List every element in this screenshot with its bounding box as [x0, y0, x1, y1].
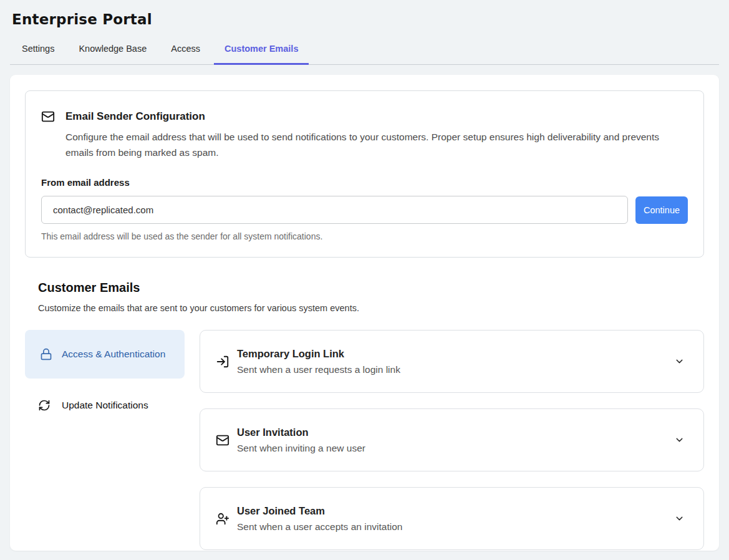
mail-icon: [216, 433, 229, 447]
main-panel: Email Sender Configuration Configure the…: [10, 75, 719, 551]
email-category-sidebar: Access & Authentication Update Notificat…: [25, 330, 185, 550]
tab-bar: Settings Knowledge Base Access Customer …: [10, 36, 719, 65]
tab-customer-emails[interactable]: Customer Emails: [214, 36, 309, 65]
refresh-icon: [38, 399, 51, 412]
email-template-list: Temporary Login Link Sent when a user re…: [200, 330, 704, 550]
from-email-input[interactable]: [41, 196, 628, 224]
customer-emails-content: Access & Authentication Update Notificat…: [25, 330, 704, 550]
login-icon: [216, 355, 229, 369]
accordion-subtitle: Sent when a user requests a login link: [237, 364, 674, 375]
accordion-title: User Joined Team: [237, 505, 674, 517]
tab-access[interactable]: Access: [160, 36, 211, 65]
lock-icon: [40, 348, 52, 360]
sidebar-item-label: Access & Authentication: [62, 346, 165, 362]
sidebar-item-label: Update Notifications: [62, 397, 148, 413]
accordion-temporary-login-link[interactable]: Temporary Login Link Sent when a user re…: [200, 330, 704, 393]
email-sender-card: Email Sender Configuration Configure the…: [25, 90, 704, 258]
chevron-down-icon[interactable]: [674, 356, 685, 367]
continue-button[interactable]: Continue: [635, 196, 688, 224]
mail-icon: [41, 110, 55, 123]
accordion-title: User Invitation: [237, 427, 674, 438]
sidebar-item-access-authentication[interactable]: Access & Authentication: [25, 330, 185, 379]
from-email-helper: This email address will be used as the s…: [41, 231, 688, 241]
email-sender-description: Configure the email address that will be…: [65, 129, 675, 160]
tab-settings[interactable]: Settings: [11, 36, 65, 65]
sidebar-item-update-notifications[interactable]: Update Notifications: [25, 389, 185, 422]
accordion-text: User Invitation Sent when inviting a new…: [237, 427, 674, 454]
accordion-user-invitation[interactable]: User Invitation Sent when inviting a new…: [200, 408, 704, 471]
from-email-label: From email address: [41, 177, 688, 188]
customer-emails-description: Customize the emails that are sent to yo…: [38, 303, 704, 313]
accordion-subtitle: Sent when a user accepts an invitation: [237, 521, 674, 533]
page-title: Enterprise Portal: [12, 11, 729, 27]
accordion-text: User Joined Team Sent when a user accept…: [237, 505, 674, 533]
email-sender-title: Email Sender Configuration: [65, 110, 205, 123]
accordion-user-joined-team[interactable]: User Joined Team Sent when a user accept…: [200, 487, 704, 550]
email-sender-header: Email Sender Configuration: [41, 110, 688, 123]
accordion-text: Temporary Login Link Sent when a user re…: [237, 348, 674, 375]
accordion-subtitle: Sent when inviting a new user: [237, 443, 674, 454]
customer-emails-header: Customer Emails Customize the emails tha…: [38, 281, 704, 313]
customer-emails-title: Customer Emails: [38, 281, 704, 295]
from-email-row: Continue: [41, 196, 688, 224]
tab-knowledge-base[interactable]: Knowledge Base: [68, 36, 157, 65]
user-plus-icon: [216, 512, 229, 526]
accordion-title: Temporary Login Link: [237, 348, 674, 360]
chevron-down-icon[interactable]: [674, 513, 685, 524]
chevron-down-icon[interactable]: [674, 435, 685, 445]
